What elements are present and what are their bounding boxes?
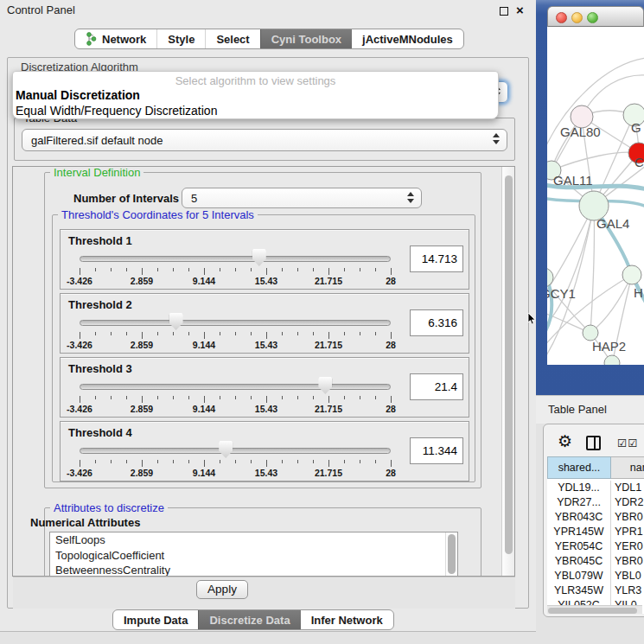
cell-name[interactable]: YBR0 xyxy=(615,554,644,569)
table-horizontal-scrollbar[interactable] xyxy=(547,605,642,614)
cell-name[interactable]: YDR2 xyxy=(615,495,644,510)
combo-stepper-icon[interactable] xyxy=(407,192,415,203)
column-layout-icon[interactable] xyxy=(586,436,601,450)
algorithm-option-equal-width[interactable]: Equal Width/Frequency Discretization xyxy=(13,103,498,118)
network-graph[interactable]: GAL80GCGAL11GAL4GCY1HHAP2 xyxy=(547,27,644,365)
table-row[interactable]: YDR27...YDR2 xyxy=(547,495,644,510)
cell-shared-name[interactable]: YDR27... xyxy=(547,495,611,510)
cell-shared-name[interactable]: YPR145W xyxy=(547,525,611,539)
attribute-list-item[interactable]: SelfLoops xyxy=(50,532,457,548)
column-header-name[interactable]: name xyxy=(611,456,644,479)
network-node-label: GCY1 xyxy=(547,286,576,301)
attribute-list-item[interactable]: TopologicalCoefficient xyxy=(50,548,457,564)
cell-name[interactable]: YBR0 xyxy=(615,510,644,525)
network-edge[interactable] xyxy=(590,275,632,333)
tab-cyni-toolbox[interactable]: Cyni Toolbox xyxy=(260,29,352,48)
minimize-traffic-light-icon[interactable] xyxy=(571,12,583,23)
table-row[interactable]: YER054CYER0 xyxy=(547,539,644,554)
threshold-label: Threshold 3 xyxy=(68,362,132,375)
column-header-shared-name[interactable]: shared... xyxy=(547,456,611,479)
slider-tick-labels: -3.4262.8599.14415.4321.71528 xyxy=(80,404,391,415)
gear-icon[interactable]: ⚙ xyxy=(558,432,572,451)
threshold-value-field[interactable]: 11.344 xyxy=(410,437,463,464)
select-columns-checkboxes-icon[interactable]: ☑☑ xyxy=(617,437,638,450)
close-icon[interactable]: × xyxy=(516,3,524,18)
scrollbar-thumb[interactable] xyxy=(548,608,637,614)
tab-jactivemnodules[interactable]: jActiveMNodules xyxy=(352,29,463,48)
slider-track[interactable] xyxy=(80,384,391,390)
slider-thumb[interactable] xyxy=(252,249,266,266)
cell-shared-name[interactable]: YER054C xyxy=(547,539,611,554)
network-node[interactable] xyxy=(604,355,620,365)
tab-style[interactable]: Style xyxy=(156,29,205,48)
threshold-2-box: Threshold 2-3.4262.8599.14415.4321.71528… xyxy=(60,293,469,354)
number-of-intervals-combobox[interactable]: 5 xyxy=(182,188,422,208)
slider-track[interactable] xyxy=(80,448,391,454)
tab-network[interactable]: Network xyxy=(75,29,156,48)
close-traffic-light-icon[interactable] xyxy=(556,12,567,23)
attribute-list-item[interactable]: BetweennessCentrality xyxy=(50,563,457,577)
table-row[interactable]: YDL19...YDL1 xyxy=(547,481,644,495)
table-row[interactable]: YBL079WYBL0 xyxy=(547,569,644,583)
table-row[interactable]: YLR345WYLR3 xyxy=(547,583,644,598)
threshold-value-field[interactable]: 14.713 xyxy=(410,245,463,272)
zoom-traffic-light-icon[interactable] xyxy=(587,12,598,23)
interval-definition-group: Interval Definition Number of Intervals … xyxy=(44,172,481,488)
network-edge[interactable] xyxy=(547,206,594,328)
slider-track[interactable] xyxy=(80,256,391,262)
slider-thumb[interactable] xyxy=(318,377,332,394)
slider-thumb[interactable] xyxy=(219,441,233,458)
slider-tick-labels: -3.4262.8599.14415.4321.71528 xyxy=(80,468,391,479)
cell-name[interactable]: YBL0 xyxy=(615,569,644,583)
slider-ticks xyxy=(80,268,391,276)
cell-shared-name[interactable]: YDL19... xyxy=(547,481,611,495)
threshold-label: Threshold 2 xyxy=(68,298,132,311)
tab-infer-network[interactable]: Infer Network xyxy=(301,610,393,629)
cell-shared-name[interactable]: YBL079W xyxy=(547,569,611,583)
cell-shared-name[interactable]: YBR045C xyxy=(547,554,611,569)
table-row[interactable]: YBR045CYBR0 xyxy=(547,554,644,569)
table-row[interactable]: YBR043CYBR0 xyxy=(547,510,644,525)
algorithm-option-manual[interactable]: Manual Discretization xyxy=(13,87,498,103)
threshold-value-field[interactable]: 6.316 xyxy=(410,309,463,336)
list-scrollbar[interactable] xyxy=(445,532,457,577)
cell-shared-name[interactable]: YLR345W xyxy=(547,583,611,598)
control-panel-title: Control Panel xyxy=(7,3,75,16)
tab-select[interactable]: Select xyxy=(205,29,259,48)
cell-shared-name[interactable]: YBR043C xyxy=(547,510,611,525)
network-edge[interactable] xyxy=(590,206,595,333)
threshold-3-box: Threshold 3-3.4262.8599.14415.4321.71528… xyxy=(60,357,469,418)
numerical-attributes-list[interactable]: SelfLoopsTopologicalCoefficientBetweenne… xyxy=(49,532,458,577)
float-window-icon[interactable] xyxy=(500,7,508,16)
table-row[interactable]: YPR145WYPR1 xyxy=(547,525,644,539)
scrollbar-thumb[interactable] xyxy=(448,534,456,574)
slider-thumb[interactable] xyxy=(169,313,183,330)
apply-button[interactable]: Apply xyxy=(196,580,248,599)
scrollbar-thumb[interactable] xyxy=(505,175,513,554)
slider-ticks xyxy=(80,332,391,340)
cell-name[interactable]: YLR3 xyxy=(615,583,644,598)
network-node[interactable] xyxy=(622,265,641,284)
cell-name[interactable]: YDL1 xyxy=(615,481,644,495)
algorithm-placeholder-option[interactable]: Select algorithm to view settings xyxy=(13,72,498,87)
tab-discretize-data[interactable]: Discretize Data xyxy=(198,610,300,629)
panel-scrollbar[interactable] xyxy=(501,167,514,576)
cell-name[interactable]: YER0 xyxy=(615,539,644,554)
network-node-label: GAL11 xyxy=(553,173,593,188)
network-node-label: GAL80 xyxy=(560,124,601,139)
tab-impute-data[interactable]: Impute Data xyxy=(113,610,198,629)
network-node-label: C xyxy=(634,155,644,169)
table-data-combobox[interactable]: galFiltered.sif default node xyxy=(22,129,507,151)
network-node-label: H xyxy=(634,285,643,300)
network-view-canvas[interactable]: GAL80GCGAL11GAL4GCY1HHAP2 xyxy=(547,27,644,365)
combo-stepper-icon[interactable] xyxy=(493,133,501,144)
network-node[interactable] xyxy=(547,268,553,287)
numerical-attributes-label: Numerical Attributes xyxy=(30,516,140,529)
screen: Control Panel × NetworkStyleSelectCyni T… xyxy=(0,0,644,644)
cell-name[interactable]: YPR1 xyxy=(615,525,644,539)
table-panel-bar: Table Panel xyxy=(536,395,644,424)
slider-track[interactable] xyxy=(80,320,391,326)
control-panel-titlebar: Control Panel × xyxy=(0,0,536,21)
attributes-group-label: Attributes to discretize xyxy=(50,501,168,514)
threshold-value-field[interactable]: 21.4 xyxy=(410,373,463,400)
